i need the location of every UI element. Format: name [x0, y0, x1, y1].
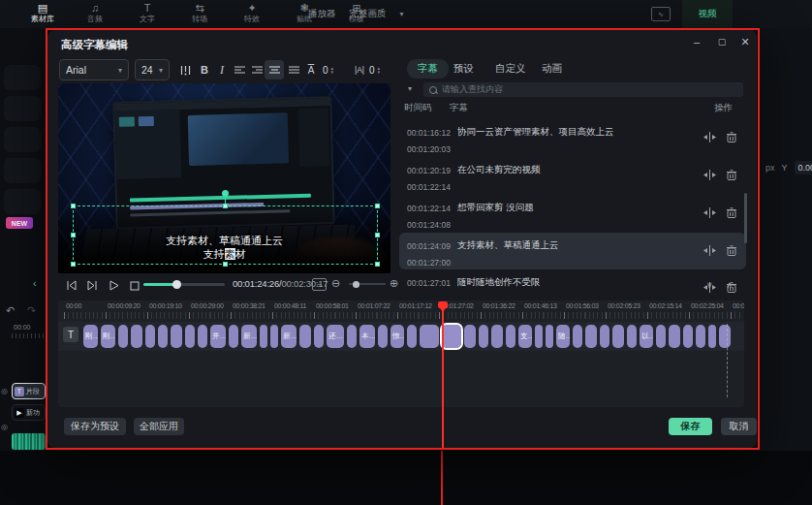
y-position-field[interactable]: 0.00 [795, 161, 812, 174]
apply-all-button[interactable]: 全部应用 [134, 418, 184, 435]
subtitle-clip[interactable] [378, 325, 388, 348]
cancel-button[interactable]: 取消 [721, 418, 757, 435]
next-frame-icon[interactable] [87, 277, 98, 295]
subtitle-text[interactable]: 支持素材、草稿通通上云 [457, 238, 703, 251]
scroll-down-icon[interactable]: ∨ [706, 280, 713, 290]
merge-subtitle-icon[interactable] [703, 170, 716, 180]
text-style-icon[interactable] [175, 60, 195, 79]
subtitle-clip[interactable]: 新… [281, 325, 297, 348]
delete-subtitle-icon[interactable] [727, 207, 736, 218]
audio-waveform-clip[interactable] [12, 433, 46, 450]
subtitle-text[interactable]: 随时随地创作不受限 [457, 275, 703, 288]
subtitle-clip[interactable]: 刚… [101, 325, 115, 348]
zoom-knob[interactable] [353, 281, 359, 288]
subtitle-clip[interactable] [299, 325, 311, 348]
search-input[interactable]: 请输入查找内容 [423, 82, 743, 97]
line-spacing-icon[interactable]: |A| [350, 60, 369, 79]
stop-icon[interactable] [130, 277, 140, 295]
subtitle-clip[interactable] [420, 325, 439, 348]
subtitle-clip[interactable] [506, 325, 515, 348]
zoom-out-icon[interactable]: ⊖ [331, 277, 340, 290]
align-center-icon[interactable] [265, 60, 284, 79]
subtitle-clip[interactable] [260, 325, 267, 348]
redo-icon[interactable]: ↷ [27, 304, 36, 317]
sidebar-item-placeholder[interactable] [4, 65, 41, 90]
render-preview-icon[interactable]: ∿ [651, 7, 671, 21]
align-right-icon[interactable] [247, 60, 266, 79]
merge-subtitle-icon[interactable] [703, 132, 716, 142]
delete-subtitle-icon[interactable] [727, 132, 736, 142]
tab-subtitle[interactable]: 字幕 [407, 59, 449, 79]
minimize-button[interactable]: – [689, 36, 704, 47]
sidebar-item-placeholder[interactable] [4, 127, 41, 152]
background-text-clip[interactable]: T 片段 [12, 383, 46, 399]
zoom-in-icon[interactable]: ⊕ [390, 277, 398, 290]
close-button[interactable]: ✕ [737, 36, 753, 48]
subtitle-clip[interactable] [627, 325, 637, 348]
tab-animation[interactable]: 动画 [542, 62, 562, 76]
subtitle-clip[interactable] [171, 325, 182, 348]
bold-icon[interactable]: B [195, 60, 214, 79]
subtitle-clip[interactable] [696, 325, 705, 348]
resize-handle-n[interactable] [223, 204, 228, 208]
progress-knob[interactable] [172, 280, 181, 289]
subtitle-clip[interactable] [683, 325, 693, 348]
toolbar-item-effects[interactable]: ✦特效 [233, 2, 271, 23]
italic-icon[interactable]: I [212, 60, 232, 79]
resize-handle-s[interactable] [223, 262, 228, 267]
stepper-arrows-icon[interactable]: ▴▾ [378, 66, 381, 74]
subtitle-clip[interactable]: 新… [241, 325, 257, 348]
track-visibility-icon[interactable]: ◎ [1, 423, 8, 431]
save-button[interactable]: 保存 [669, 418, 712, 435]
play-icon[interactable] [109, 277, 119, 295]
subtitle-text[interactable]: 协同一云资产管理素材、项目高效上云 [457, 125, 703, 138]
subtitle-clip[interactable] [314, 325, 324, 348]
resize-handle-ne[interactable] [375, 204, 380, 208]
subtitle-clip-selected[interactable] [442, 325, 461, 348]
char-spacing-stepper[interactable]: 0 ▴▾ [323, 60, 333, 79]
quality-value[interactable]: 完整画质 [350, 8, 387, 20]
subtitle-clip[interactable] [185, 325, 195, 348]
subtitle-row[interactable]: 00:01:20:1900:01:22:14在公司未剪完的视频 [399, 157, 746, 195]
subtitle-clip[interactable] [656, 325, 666, 348]
subtitle-clip[interactable] [585, 325, 597, 348]
rotate-handle[interactable] [222, 190, 229, 197]
resize-handle-w[interactable] [71, 233, 76, 237]
subtitle-clip[interactable]: 并… [210, 325, 226, 348]
fit-frame-icon[interactable]: ▭ [312, 278, 327, 291]
collapse-panel-icon[interactable]: ‹ [33, 277, 37, 289]
chevron-down-icon[interactable]: ▾ [408, 84, 412, 93]
preview-subtitle-line2[interactable]: 支持素材 [58, 247, 390, 261]
subtitle-clip[interactable] [145, 325, 155, 348]
preview-subtitle-line1[interactable]: 支持素材、草稿通通上云 [58, 234, 390, 247]
tab-preset[interactable]: 预设 [453, 62, 474, 76]
sidebar-item-placeholder[interactable] [4, 96, 41, 121]
delete-subtitle-icon[interactable] [727, 170, 736, 180]
subtitle-clip[interactable] [229, 325, 238, 348]
tab-custom[interactable]: 自定义 [495, 62, 526, 76]
save-as-preset-button[interactable]: 保存为预设 [64, 418, 126, 435]
subtitle-clip[interactable] [546, 325, 553, 348]
subtitle-clip[interactable] [719, 325, 731, 348]
subtitle-clip[interactable]: 惊… [390, 325, 404, 348]
collapse-list-icon[interactable]: ∧ [727, 280, 734, 290]
subtitle-text[interactable]: 想带回家剪 没问题 [457, 201, 703, 213]
merge-subtitle-icon[interactable] [703, 245, 716, 256]
tab-video[interactable]: 视频 [682, 0, 733, 28]
list-scrollbar[interactable] [744, 193, 747, 243]
subtitle-clip[interactable] [491, 325, 503, 348]
toolbar-item-text[interactable]: T文字 [128, 2, 167, 23]
subtitle-clip[interactable] [131, 325, 142, 348]
subtitle-clip[interactable] [158, 325, 168, 348]
char-spacing-icon[interactable]: A [301, 60, 321, 79]
subtitle-clip[interactable] [479, 325, 488, 348]
font-size-select[interactable]: 24▾ [135, 59, 170, 80]
subtitle-row[interactable]: 00:01:16:1200:01:20:03协同一云资产管理素材、项目高效上云 [399, 119, 746, 157]
subtitle-clip[interactable]: 支… [518, 325, 532, 348]
subtitle-clip[interactable]: 随… [556, 325, 570, 348]
subtitle-clip[interactable] [573, 325, 582, 348]
subtitle-clip[interactable] [118, 325, 128, 348]
subtitle-clip[interactable] [612, 325, 624, 348]
subtitle-clip[interactable]: 以… [640, 325, 653, 348]
stepper-arrows-icon[interactable]: ▴▾ [331, 66, 334, 74]
